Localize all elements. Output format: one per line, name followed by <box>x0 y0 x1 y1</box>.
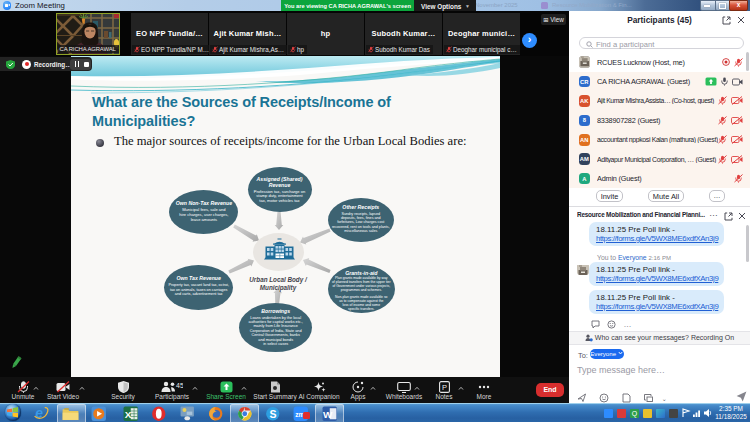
svg-text:P: P <box>442 383 447 392</box>
svg-text:W: W <box>323 408 333 419</box>
svg-text:S: S <box>269 407 276 419</box>
svg-text:45: 45 <box>176 382 183 389</box>
svg-text:X: X <box>124 408 131 419</box>
